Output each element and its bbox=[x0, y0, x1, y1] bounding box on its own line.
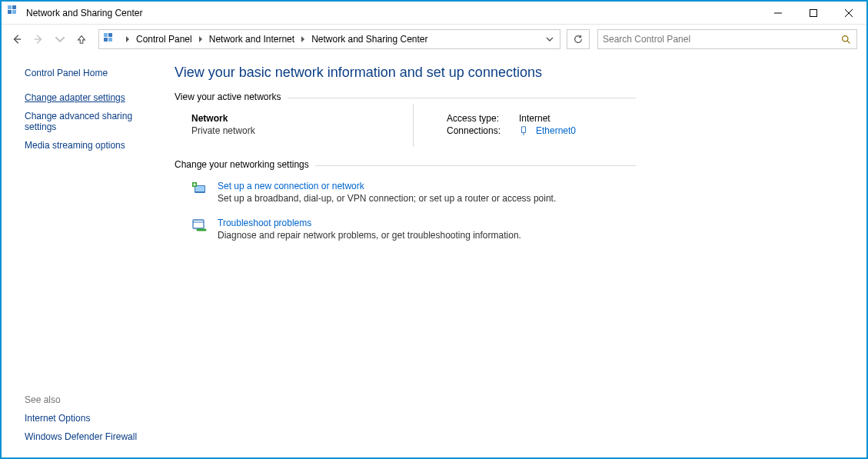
svg-rect-5 bbox=[104, 33, 108, 37]
nav-forward-button[interactable] bbox=[29, 30, 48, 48]
svg-point-9 bbox=[842, 35, 847, 41]
minimize-button[interactable] bbox=[760, 2, 796, 25]
media-streaming-options-link[interactable]: Media streaming options bbox=[25, 140, 158, 151]
svg-rect-12 bbox=[195, 186, 205, 191]
troubleshoot-icon bbox=[191, 218, 207, 233]
svg-rect-8 bbox=[108, 38, 112, 42]
divider bbox=[413, 104, 414, 147]
change-adapter-settings-link[interactable]: Change adapter settings bbox=[25, 92, 158, 103]
divider bbox=[288, 98, 636, 98]
access-type-value: Internet bbox=[519, 113, 550, 124]
breadcrumb-network-internet[interactable]: Network and Internet bbox=[208, 34, 296, 45]
connections-label: Connections: bbox=[447, 125, 513, 136]
svg-rect-2 bbox=[8, 10, 12, 14]
network-name: Network bbox=[191, 113, 384, 124]
svg-rect-14 bbox=[193, 220, 204, 228]
setup-connection-desc: Set up a broadband, dial-up, or VPN conn… bbox=[218, 193, 556, 204]
ethernet-icon bbox=[519, 126, 528, 135]
active-networks-label: View your active networks bbox=[175, 91, 281, 102]
search-box[interactable] bbox=[597, 29, 857, 49]
search-input[interactable] bbox=[603, 34, 840, 45]
new-connection-icon bbox=[191, 181, 207, 196]
address-bar[interactable]: Control Panel Network and Internet Netwo… bbox=[98, 29, 560, 49]
svg-rect-7 bbox=[104, 38, 108, 42]
change-advanced-sharing-link[interactable]: Change advanced sharing settings bbox=[25, 111, 158, 132]
setup-connection-link[interactable]: Set up a new connection or network bbox=[218, 181, 364, 191]
svg-rect-0 bbox=[8, 5, 12, 9]
page-heading: View your basic network information and … bbox=[175, 65, 636, 81]
app-icon bbox=[8, 5, 20, 20]
breadcrumb-network-sharing[interactable]: Network and Sharing Center bbox=[310, 34, 429, 45]
maximize-button[interactable] bbox=[796, 2, 831, 25]
internet-options-link[interactable]: Internet Options bbox=[25, 413, 158, 424]
nav-back-button[interactable] bbox=[8, 30, 26, 48]
svg-rect-3 bbox=[12, 10, 16, 14]
chevron-right-icon[interactable] bbox=[194, 36, 208, 42]
divider bbox=[315, 165, 636, 166]
change-settings-label: Change your networking settings bbox=[175, 159, 309, 170]
svg-rect-10 bbox=[521, 127, 525, 133]
troubleshoot-link[interactable]: Troubleshoot problems bbox=[218, 218, 311, 228]
access-type-label: Access type: bbox=[447, 113, 513, 124]
search-icon bbox=[840, 35, 852, 45]
windows-defender-firewall-link[interactable]: Windows Defender Firewall bbox=[25, 431, 158, 442]
see-also-heading: See also bbox=[25, 394, 158, 405]
breadcrumb-control-panel[interactable]: Control Panel bbox=[135, 34, 194, 45]
refresh-button[interactable] bbox=[567, 29, 590, 49]
close-button[interactable] bbox=[831, 2, 866, 25]
network-type: Private network bbox=[191, 125, 384, 136]
window-title: Network and Sharing Center bbox=[26, 8, 142, 18]
control-panel-home-link[interactable]: Control Panel Home bbox=[25, 68, 158, 78]
address-icon bbox=[99, 33, 121, 45]
svg-rect-1 bbox=[12, 5, 16, 9]
chevron-right-icon[interactable] bbox=[296, 36, 310, 42]
connection-link[interactable]: Ethernet0 bbox=[536, 125, 576, 136]
svg-rect-4 bbox=[810, 9, 817, 16]
chevron-right-icon[interactable] bbox=[121, 36, 135, 42]
nav-up-button[interactable] bbox=[72, 30, 91, 48]
address-dropdown[interactable] bbox=[540, 35, 560, 43]
troubleshoot-desc: Diagnose and repair network problems, or… bbox=[218, 230, 521, 241]
nav-history-dropdown[interactable] bbox=[51, 30, 69, 48]
svg-rect-6 bbox=[108, 33, 112, 37]
